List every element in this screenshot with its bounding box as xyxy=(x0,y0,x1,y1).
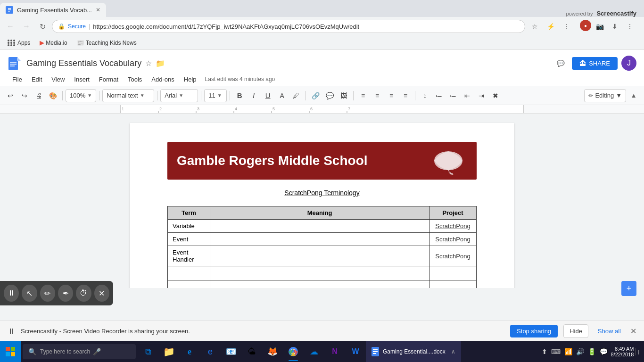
more-btn[interactable]: ⋮ xyxy=(560,20,573,33)
fontsize-dropdown[interactable]: 11 ▼ xyxy=(204,89,227,102)
taskbar-doc-close[interactable]: ∧ xyxy=(451,348,455,355)
star-icon[interactable]: ☆ xyxy=(145,59,152,68)
taskbar-weather[interactable]: 🌤 xyxy=(241,341,262,362)
active-tab[interactable]: Gaming Essentials Vocab... ✕ xyxy=(0,3,106,17)
cell-meaning-5[interactable] xyxy=(210,280,429,288)
menu-addons[interactable]: Add-ons xyxy=(147,74,179,85)
show-desktop-strip[interactable]: | xyxy=(636,348,640,355)
keyboard-icon[interactable]: ⌨ xyxy=(550,347,561,356)
taskbar-open-doc[interactable]: Gaming Essential....docx ∧ xyxy=(366,341,461,362)
menu-edit[interactable]: Edit xyxy=(27,74,47,85)
cell-meaning-2[interactable] xyxy=(210,233,429,246)
taskbar-ie[interactable]: e xyxy=(200,341,221,362)
taskbar-onedrive[interactable]: ☁ xyxy=(304,341,324,362)
taskbar-clock[interactable]: 8:49 AM 8/22/2018 xyxy=(611,346,634,357)
cell-term-4[interactable] xyxy=(168,266,210,280)
volume-icon[interactable]: 🔊 xyxy=(575,347,585,356)
bookmark-btn[interactable]: ☆ xyxy=(528,20,541,33)
cell-project-2[interactable]: ScratchPong xyxy=(429,233,477,246)
sc-pause-btn[interactable]: ⏸ xyxy=(4,285,19,302)
cell-meaning-1[interactable] xyxy=(210,220,429,233)
menu-view[interactable]: View xyxy=(47,74,69,85)
taskbar-firefox[interactable]: 🦊 xyxy=(262,341,283,362)
reload-btn[interactable]: ↻ xyxy=(36,20,49,33)
add-doc-btn[interactable]: + xyxy=(621,281,636,296)
italic-btn[interactable]: I xyxy=(247,89,260,102)
taskbar-word[interactable]: W xyxy=(345,341,366,362)
cell-term-5[interactable] xyxy=(168,280,210,288)
comment-btn[interactable]: 💬 xyxy=(553,56,568,71)
bookmark-apps[interactable]: Apps xyxy=(4,39,34,47)
font-dropdown[interactable]: Arial ▼ xyxy=(160,89,198,102)
decrease-indent-btn[interactable]: ⇤ xyxy=(461,89,474,102)
print-btn[interactable]: 🖨 xyxy=(32,89,45,102)
cell-meaning-4[interactable] xyxy=(210,266,429,280)
cell-project-3[interactable]: ScratchPong xyxy=(429,246,477,266)
link-btn[interactable]: 🔗 xyxy=(309,89,322,102)
clear-format-btn[interactable]: ✖ xyxy=(489,89,502,102)
underline-btn[interactable]: U xyxy=(261,89,274,102)
comment-inline-btn[interactable]: 💬 xyxy=(323,89,336,102)
cell-term-2[interactable]: Event xyxy=(168,233,210,246)
taskbar-edge[interactable]: e xyxy=(179,341,200,362)
sc-icon-3[interactable]: ⬇ xyxy=(608,20,621,33)
extensions-btn[interactable]: ⚡ xyxy=(544,20,557,33)
menu-tools[interactable]: Tools xyxy=(123,74,147,85)
network-icon[interactable]: 📶 xyxy=(563,347,573,356)
taskbar-search[interactable]: 🔍 Type here to search 🎤 xyxy=(23,344,136,359)
cell-meaning-3[interactable] xyxy=(210,246,429,266)
image-btn[interactable]: 🖼 xyxy=(337,89,350,102)
align-left-btn[interactable]: ≡ xyxy=(356,89,370,102)
folder-icon[interactable]: 📁 xyxy=(156,59,165,68)
user-avatar[interactable]: J xyxy=(621,56,636,71)
taskbar-onenote[interactable]: N xyxy=(324,341,345,362)
redo-btn[interactable]: ↪ xyxy=(18,89,31,102)
increase-indent-btn[interactable]: ⇥ xyxy=(475,89,488,102)
taskbar-task-view[interactable]: ⧉ xyxy=(138,341,158,362)
action-center-icon[interactable]: 💬 xyxy=(599,347,609,356)
share-btn[interactable]: SHARE xyxy=(572,57,618,70)
style-dropdown[interactable]: Normal text ▼ xyxy=(102,89,154,102)
sc-timer-btn[interactable]: ⏱ xyxy=(76,285,91,302)
show-desktop-btn[interactable]: ⬆ xyxy=(541,347,548,356)
menu-help[interactable]: Help xyxy=(179,74,201,85)
sc-pointer-btn[interactable]: ↖ xyxy=(22,285,37,302)
editing-dropdown[interactable]: ✏ Editing ▼ xyxy=(584,89,626,102)
menu-file[interactable]: File xyxy=(8,74,27,85)
align-justify-btn[interactable]: ≡ xyxy=(399,89,412,102)
undo-btn[interactable]: ↩ xyxy=(4,89,17,102)
notification-close-btn[interactable]: ✕ xyxy=(630,327,636,336)
cell-project-5[interactable] xyxy=(429,280,477,288)
highlight-color-btn[interactable]: 🖊 xyxy=(289,89,303,102)
numbered-list-btn[interactable]: ≔ xyxy=(432,89,446,102)
taskbar-chrome[interactable] xyxy=(283,341,304,362)
menu-insert[interactable]: Insert xyxy=(69,74,94,85)
zoom-dropdown[interactable]: 100% ▼ xyxy=(66,89,96,102)
bookmark-teaching-kids[interactable]: 📰 Teaching Kids News xyxy=(73,39,140,47)
bullet-list-btn[interactable]: ≔ xyxy=(446,89,460,102)
show-all-btn[interactable]: Show all xyxy=(594,326,625,337)
line-spacing-btn[interactable]: ↕ xyxy=(418,89,431,102)
address-box[interactable]: 🔒 Secure | https://docs.google.com/docum… xyxy=(52,20,525,33)
collapse-toolbar-btn[interactable]: ▲ xyxy=(627,89,640,102)
sc-close-btn[interactable]: ✕ xyxy=(94,285,109,302)
cell-project-4[interactable] xyxy=(429,266,477,280)
hide-btn[interactable]: Hide xyxy=(563,324,588,338)
back-btn[interactable]: ← xyxy=(4,20,17,33)
sc-icon-1[interactable]: ● xyxy=(580,20,591,31)
cell-term-3[interactable]: EventHandler xyxy=(168,246,210,266)
sc-pen-btn[interactable]: ✏ xyxy=(40,285,55,302)
stop-sharing-btn[interactable]: Stop sharing xyxy=(510,325,558,337)
cell-term-1[interactable]: Variable xyxy=(168,220,210,233)
forward-btn[interactable]: → xyxy=(20,20,33,33)
bold-btn[interactable]: B xyxy=(233,89,246,102)
tab-close-btn[interactable]: ✕ xyxy=(96,7,100,13)
text-color-btn[interactable]: A xyxy=(275,89,289,102)
cell-project-1[interactable]: ScratchPong xyxy=(429,220,477,233)
taskbar-file-explorer[interactable]: 📁 xyxy=(158,341,179,362)
paint-format-btn[interactable]: 🎨 xyxy=(46,89,59,102)
align-right-btn[interactable]: ≡ xyxy=(385,89,398,102)
sc-highlight-btn[interactable]: ✒ xyxy=(58,285,73,302)
start-btn[interactable] xyxy=(0,341,21,362)
taskbar-outlook[interactable]: 📧 xyxy=(221,341,241,362)
